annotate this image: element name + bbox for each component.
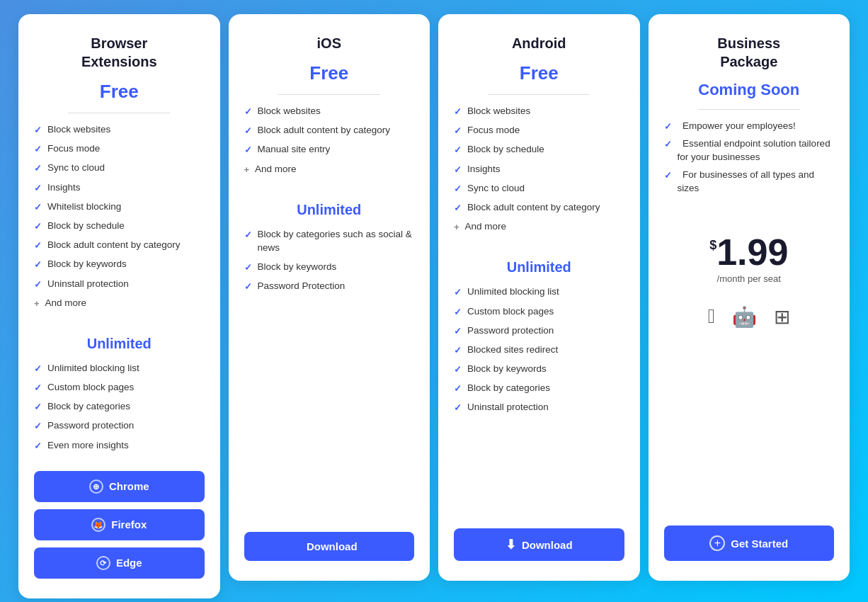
android-download-button[interactable]: ⬇ Download	[454, 528, 624, 561]
check-icon: ✓	[454, 382, 462, 395]
feature-block-websites: ✓ Block websites	[34, 123, 205, 137]
business-price-block: $1.99 /month per seat	[664, 234, 835, 284]
check-icon: ✓	[664, 138, 672, 151]
firefox-button[interactable]: 🦊 Firefox	[34, 509, 205, 540]
feature-schedule: ✓ Block by schedule	[34, 220, 205, 233]
chrome-button[interactable]: ⊕ Chrome	[34, 471, 205, 502]
ios-free-features: ✓ Block websites ✓ Block adult content b…	[244, 105, 415, 182]
edge-button[interactable]: ⟳ Edge	[34, 547, 205, 579]
ios-button-group: Download	[244, 532, 415, 561]
android-free-label: Free	[454, 62, 624, 84]
check-icon: ✓	[34, 440, 42, 453]
price-period: /month per seat	[664, 273, 835, 284]
check-icon: ✓	[34, 220, 42, 233]
check-icon: ✓	[34, 382, 42, 394]
pricing-cards: BrowserExtensions Free ✓ Block websites …	[14, 14, 854, 598]
android-unlimited-features: ✓ Unlimited blocking list ✓ Custom block…	[454, 285, 624, 420]
business-title: BusinessPackage	[664, 34, 835, 71]
business-features: ✓ Empower your employees! ✓ Essential en…	[664, 120, 835, 200]
browser-free-features: ✓ Block websites ✓ Focus mode ✓ Sync to …	[34, 123, 205, 316]
get-started-button[interactable]: + Get Started	[664, 526, 835, 561]
check-icon: ✓	[454, 286, 462, 299]
coming-soon-label: Coming Soon	[664, 81, 835, 99]
windows-platform-icon: ⊞	[774, 305, 790, 329]
check-icon: ✓	[454, 325, 462, 338]
ios-feature-password: ✓ Password Protection	[244, 280, 415, 293]
check-icon: ✓	[244, 261, 252, 274]
business-card: BusinessPackage Coming Soon ✓ Empower yo…	[649, 14, 850, 581]
android-keywords: ✓ Block by keywords	[454, 363, 624, 376]
android-unlimited-list: ✓ Unlimited blocking list	[454, 285, 624, 299]
price-number: 1.99	[716, 232, 788, 273]
ios-unlimited-features: ✓ Block by categories such as social & n…	[244, 228, 415, 299]
check-icon: ✓	[34, 420, 42, 433]
check-icon: ✓	[664, 169, 672, 182]
feature-uninstall: ✓ Uninstall protection	[34, 278, 205, 291]
browser-unlimited-label: Unlimited	[34, 336, 205, 352]
plus-icon: +	[454, 221, 459, 234]
android-feature-focus: ✓ Focus mode	[454, 124, 624, 137]
feature-focus-mode: ✓ Focus mode	[34, 142, 205, 156]
feature-and-more: + And more	[34, 297, 205, 310]
feature-categories: ✓ Block by categories	[34, 400, 205, 414]
check-icon: ✓	[454, 164, 462, 176]
feature-more-insights: ✓ Even more insights	[34, 439, 205, 453]
divider	[488, 94, 590, 95]
get-started-label: Get Started	[731, 538, 788, 550]
check-icon: ✓	[34, 259, 42, 271]
chrome-icon: ⊕	[89, 479, 103, 494]
feature-unlimited-list: ✓ Unlimited blocking list	[34, 362, 205, 375]
price-dollar-sign: $	[709, 238, 716, 252]
android-platform-icon: 🤖	[732, 305, 757, 329]
browser-button-group: ⊕ Chrome 🦊 Firefox ⟳ Edge	[34, 471, 205, 579]
ios-free-label: Free	[244, 62, 415, 84]
check-icon: ✓	[244, 125, 252, 137]
check-icon: ✓	[664, 120, 672, 133]
ios-title: iOS	[244, 34, 415, 52]
check-icon: ✓	[454, 202, 462, 215]
plus-circle-icon: +	[709, 535, 725, 551]
android-categories: ✓ Block by categories	[454, 382, 624, 395]
business-feature-sizes: ✓ For businesses of all types and sizes	[664, 169, 835, 195]
plus-icon: +	[244, 164, 250, 176]
android-redirect: ✓ Blocked sites redirect	[454, 343, 624, 357]
feature-sync-cloud: ✓ Sync to cloud	[34, 161, 205, 175]
check-icon: ✓	[34, 124, 42, 137]
ios-feature-keywords: ✓ Block by keywords	[244, 261, 415, 274]
android-unlimited-label: Unlimited	[454, 259, 624, 276]
check-icon: ✓	[454, 106, 462, 118]
android-feature-insights: ✓ Insights	[454, 163, 624, 176]
check-icon: ✓	[34, 162, 42, 175]
browser-unlimited-features: ✓ Unlimited blocking list ✓ Custom block…	[34, 362, 205, 458]
apple-platform-icon: 	[708, 305, 715, 329]
check-icon: ✓	[454, 402, 462, 414]
divider	[68, 113, 170, 113]
android-download-label: Download	[522, 539, 573, 551]
firefox-label: Firefox	[111, 518, 147, 530]
ios-download-button[interactable]: Download	[244, 532, 415, 561]
android-feature-more: + And more	[454, 220, 624, 234]
browser-extensions-card: BrowserExtensions Free ✓ Block websites …	[18, 14, 220, 598]
android-icon: ⬇	[506, 537, 516, 552]
check-icon: ✓	[454, 144, 462, 157]
feature-whitelist: ✓ Whitelist blocking	[34, 200, 205, 214]
ios-feature-adult: ✓ Block adult content by category	[244, 124, 415, 137]
check-icon: ✓	[454, 344, 462, 357]
chrome-label: Chrome	[109, 480, 149, 492]
android-password: ✓ Password protection	[454, 324, 624, 338]
check-icon: ✓	[244, 106, 252, 118]
edge-label: Edge	[116, 557, 142, 569]
check-icon: ✓	[34, 239, 42, 252]
ios-feature-block-websites: ✓ Block websites	[244, 105, 415, 118]
feature-insights: ✓ Insights	[34, 181, 205, 195]
check-icon: ✓	[34, 401, 42, 414]
android-feature-schedule: ✓ Block by schedule	[454, 143, 624, 157]
edge-icon: ⟳	[96, 556, 110, 570]
browser-extensions-title: BrowserExtensions	[34, 34, 205, 71]
ios-download-label: Download	[307, 540, 358, 552]
android-uninstall: ✓ Uninstall protection	[454, 401, 624, 414]
check-icon: ✓	[34, 363, 42, 375]
divider	[278, 94, 380, 95]
android-custom-pages: ✓ Custom block pages	[454, 305, 624, 319]
business-feature-empower: ✓ Empower your employees!	[664, 120, 835, 133]
